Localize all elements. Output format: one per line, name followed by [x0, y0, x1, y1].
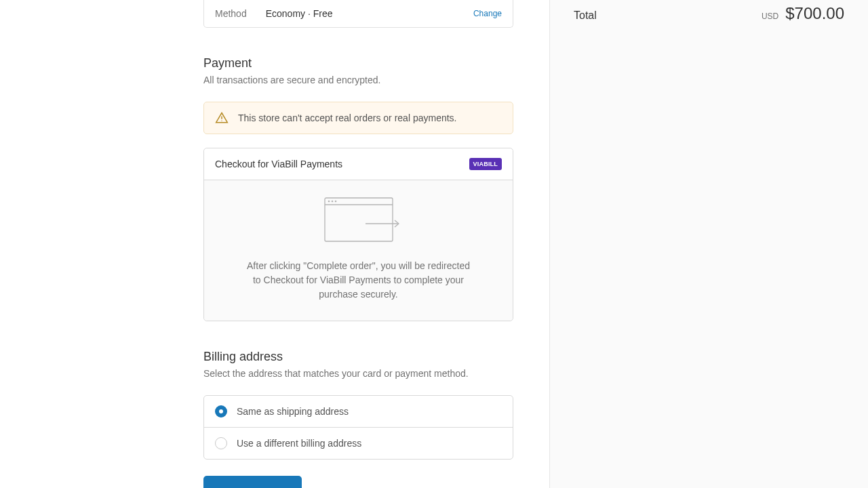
billing-subtext: Select the address that matches your car… — [203, 368, 513, 379]
payment-provider-title: Checkout for ViaBill Payments — [215, 159, 342, 169]
svg-point-1 — [221, 121, 222, 121]
svg-point-4 — [328, 201, 330, 203]
total-label: Total — [574, 9, 597, 22]
billing-address-options: Same as shipping address Use a different… — [203, 395, 513, 460]
payment-method-body: After clicking "Complete order", you wil… — [204, 180, 513, 321]
payment-heading: Payment — [203, 56, 513, 70]
warning-text: This store can't accept real orders or r… — [238, 113, 456, 123]
order-total-row: Total USD $700.00 — [574, 0, 844, 23]
billing-different-label: Use a different billing address — [237, 438, 361, 449]
complete-order-button[interactable]: Complete order — [203, 476, 302, 488]
total-amount: $700.00 — [785, 4, 844, 23]
svg-point-5 — [331, 201, 333, 203]
order-summary-sidebar: Total USD $700.00 — [550, 0, 868, 488]
radio-selected-icon — [215, 405, 227, 418]
payment-method-card: Checkout for ViaBill Payments VIABILL Af… — [203, 148, 513, 321]
billing-option-same[interactable]: Same as shipping address — [204, 396, 513, 427]
currency-code: USD — [762, 12, 778, 21]
method-label: Method — [215, 8, 247, 19]
payment-subtext: All transactions are secure and encrypte… — [203, 75, 513, 85]
redirect-description: After clicking "Complete order", you wil… — [245, 259, 472, 302]
svg-point-6 — [334, 201, 336, 203]
shipping-method-summary: Method Economy · Free Change — [203, 0, 513, 28]
redirect-window-icon — [318, 197, 399, 244]
change-method-link[interactable]: Change — [473, 9, 502, 18]
checkout-actions: Complete order Return to shipping — [203, 476, 513, 488]
viabill-badge-icon: VIABILL — [469, 158, 502, 170]
billing-same-label: Same as shipping address — [237, 406, 349, 417]
billing-heading: Billing address — [203, 350, 513, 364]
test-store-warning: This store can't accept real orders or r… — [203, 102, 513, 134]
radio-unselected-icon — [215, 437, 227, 449]
method-value: Economy · Free — [266, 8, 454, 19]
warning-triangle-icon — [215, 111, 229, 125]
billing-option-different[interactable]: Use a different billing address — [204, 427, 513, 459]
payment-method-header[interactable]: Checkout for ViaBill Payments VIABILL — [204, 148, 513, 180]
